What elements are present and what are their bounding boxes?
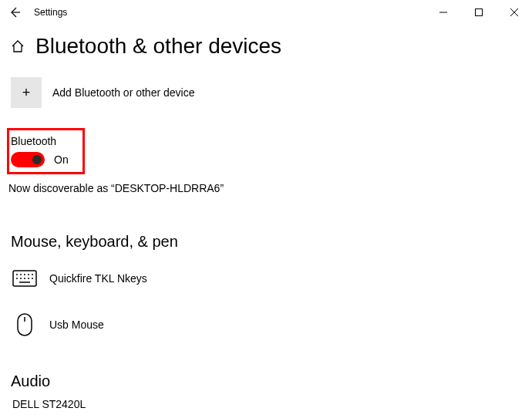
maximize-button[interactable] — [461, 0, 497, 25]
titlebar-left: Settings — [6, 4, 67, 21]
device-label: Quickfire TKL Nkeys — [49, 272, 147, 285]
titlebar: Settings — [0, 0, 532, 25]
device-label: Usb Mouse — [49, 319, 104, 331]
toggle-knob — [32, 155, 42, 164]
svg-rect-2 — [476, 9, 483, 16]
bluetooth-toggle-state: On — [54, 153, 69, 166]
page-header: Bluetooth & other devices — [11, 34, 521, 59]
window-controls — [426, 0, 532, 25]
add-device-button[interactable]: + — [11, 77, 42, 108]
mouse-icon — [12, 312, 37, 337]
back-button[interactable] — [6, 4, 23, 21]
discoverable-text: Now discoverable as “DESKTOP-HLDRRA6” — [8, 182, 521, 194]
keyboard-icon — [12, 266, 37, 291]
content: Bluetooth & other devices + Add Bluetoot… — [0, 25, 532, 410]
home-icon[interactable] — [11, 39, 25, 53]
minimize-button[interactable] — [426, 0, 461, 25]
bluetooth-toggle-row: On — [11, 152, 69, 167]
bluetooth-highlight: Bluetooth On — [7, 128, 85, 174]
audio-section: Audio DELL ST2420L — [11, 372, 521, 410]
audio-device-truncated: DELL ST2420L — [12, 398, 521, 410]
bluetooth-toggle[interactable] — [11, 152, 45, 167]
device-row[interactable]: Usb Mouse — [11, 305, 521, 345]
audio-section-header: Audio — [11, 372, 521, 390]
plus-icon: + — [22, 85, 31, 101]
add-device-row[interactable]: + Add Bluetooth or other device — [11, 77, 521, 108]
window-title: Settings — [34, 7, 67, 18]
bluetooth-section-label: Bluetooth — [11, 135, 69, 147]
device-row[interactable]: Quickfire TKL Nkeys — [11, 258, 521, 298]
close-button[interactable] — [497, 0, 532, 25]
mouse-section-header: Mouse, keyboard, & pen — [11, 233, 521, 251]
add-device-label: Add Bluetooth or other device — [52, 86, 194, 99]
page-title: Bluetooth & other devices — [35, 34, 281, 59]
